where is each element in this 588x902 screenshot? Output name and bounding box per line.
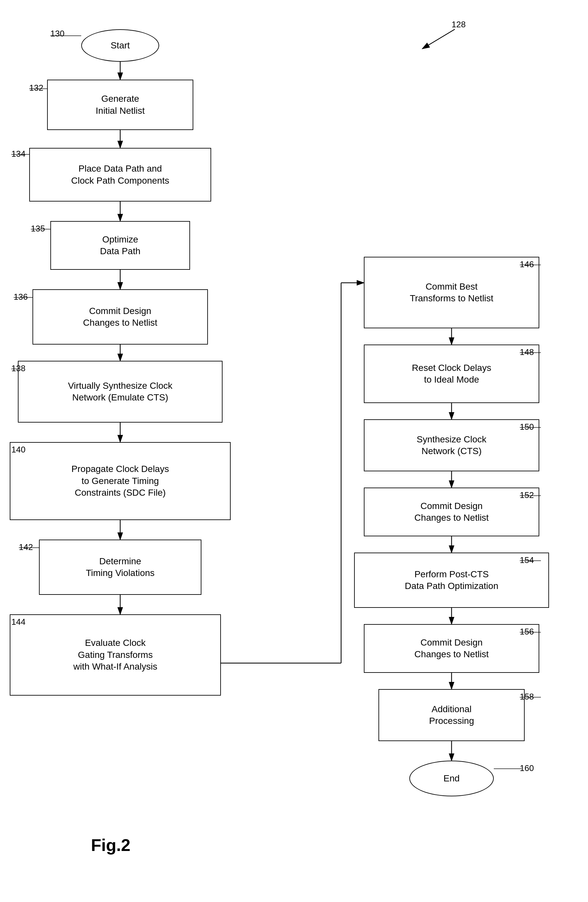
propagate-clock-node: Propagate Clock Delaysto Generate Timing… — [10, 442, 231, 520]
ref-160-line — [494, 764, 523, 774]
commit-best-transforms-label: Commit BestTransforms to Netlist — [410, 281, 493, 305]
ref-152-line — [520, 491, 543, 501]
ref-128-arrow — [416, 26, 458, 52]
virtually-synthesize-node: Virtually Synthesize ClockNetwork (Emula… — [18, 361, 222, 423]
ref-130-line — [50, 29, 83, 42]
svg-line-19 — [422, 29, 455, 49]
figure-label: Fig.2 — [91, 835, 130, 855]
ref-154-line — [520, 556, 543, 565]
additional-processing-label: AdditionalProcessing — [429, 703, 474, 727]
end-node: End — [409, 761, 494, 796]
optimize-data-path-node: OptimizeData Path — [50, 221, 190, 270]
ref-138-line — [11, 364, 21, 374]
virtually-synthesize-label: Virtually Synthesize ClockNetwork (Emula… — [68, 380, 172, 404]
ref-135-line — [31, 224, 52, 234]
place-data-path-label: Place Data Path andClock Path Components — [71, 163, 169, 186]
ref-134-line — [11, 150, 31, 159]
determine-timing-node: DetermineTiming Violations — [39, 540, 202, 595]
perform-post-cts-label: Perform Post-CTSData Path Optimization — [405, 568, 498, 592]
determine-timing-label: DetermineTiming Violations — [86, 556, 155, 579]
ref-150-line — [520, 423, 543, 432]
optimize-data-path-label: OptimizeData Path — [100, 234, 141, 257]
ref-158-line — [520, 692, 543, 702]
commit-design-changes-1-node: Commit DesignChanges to Netlist — [33, 289, 208, 345]
commit-design-changes-2-node: Commit DesignChanges to Netlist — [364, 487, 539, 536]
start-label: Start — [111, 40, 130, 51]
ref-136-line — [14, 293, 35, 302]
commit-design-changes-1-label: Commit DesignChanges to Netlist — [83, 305, 158, 329]
ref-142-line — [19, 543, 41, 553]
reset-clock-delays-label: Reset Clock Delaysto Ideal Mode — [412, 362, 491, 386]
end-label: End — [443, 773, 460, 784]
reset-clock-delays-node: Reset Clock Delaysto Ideal Mode — [364, 345, 539, 403]
commit-design-changes-3-node: Commit DesignChanges to Netlist — [364, 624, 539, 673]
generate-initial-netlist-node: GenerateInitial Netlist — [47, 80, 193, 130]
commit-design-changes-3-label: Commit DesignChanges to Netlist — [414, 637, 489, 661]
ref-156-line — [520, 627, 543, 637]
propagate-clock-label: Propagate Clock Delaysto Generate Timing… — [72, 463, 169, 499]
commit-best-transforms-node: Commit BestTransforms to Netlist — [364, 257, 539, 328]
start-node: Start — [81, 29, 159, 62]
commit-design-changes-2-label: Commit DesignChanges to Netlist — [414, 500, 489, 524]
place-data-path-node: Place Data Path andClock Path Components — [29, 148, 211, 202]
diagram-container: 128 Start 130 GenerateInitial Netlist 13… — [0, 0, 588, 902]
additional-processing-node: AdditionalProcessing — [378, 689, 525, 741]
evaluate-clock-gating-label: Evaluate ClockGating Transformswith What… — [74, 637, 157, 672]
synthesize-clock-cts-label: Synthesize ClockNetwork (CTS) — [417, 434, 486, 457]
ref-132-line — [29, 84, 49, 94]
generate-initial-netlist-label: GenerateInitial Netlist — [96, 93, 145, 117]
evaluate-clock-gating-node: Evaluate ClockGating Transformswith What… — [10, 614, 221, 695]
ref-144: 144 — [11, 617, 25, 627]
ref-148-line — [520, 348, 543, 357]
ref-146-line — [520, 260, 543, 270]
synthesize-clock-cts-node: Synthesize ClockNetwork (CTS) — [364, 419, 539, 471]
ref-140: 140 — [11, 445, 25, 455]
